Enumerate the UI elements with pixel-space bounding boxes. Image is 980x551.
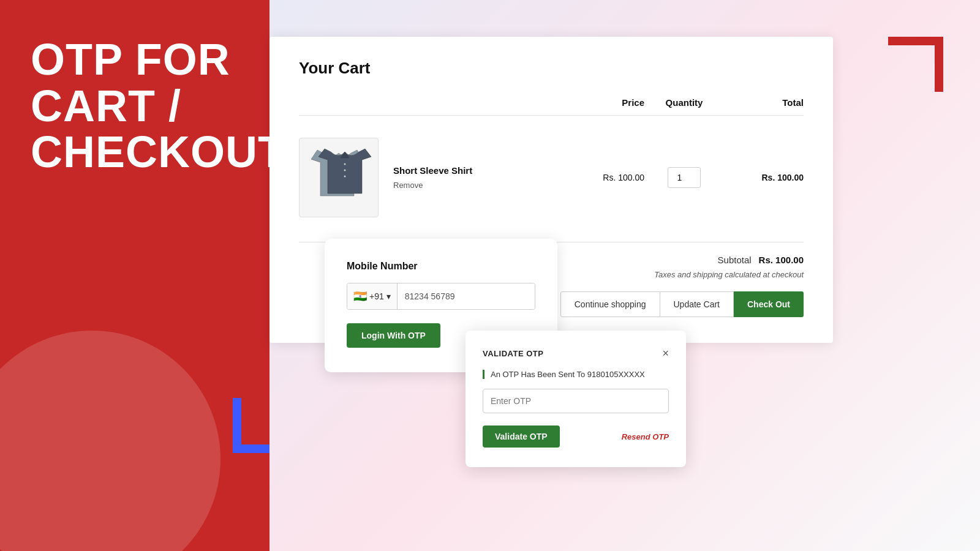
svg-point-1 — [344, 170, 346, 171]
item-remove-link[interactable]: Remove — [393, 181, 423, 190]
phone-input-row: 🇮🇳 +91 ▾ — [347, 283, 535, 310]
modal-header: VALIDATE OTP × — [483, 348, 669, 359]
otp-input[interactable] — [483, 389, 669, 413]
item-quantity-col — [644, 167, 724, 188]
item-total: Rs. 100.00 — [724, 173, 804, 182]
total-header: Total — [724, 97, 804, 108]
otp-sent-message: An OTP Has Been Sent To 9180105XXXXX — [483, 370, 669, 379]
left-panel: OTP FOR CART / CHECKOUT — [0, 0, 270, 551]
subtotal-value: Rs. 100.00 — [759, 255, 804, 265]
subtotal-row: Subtotal Rs. 100.00 — [718, 255, 804, 265]
cart-title: Your Cart — [299, 59, 804, 78]
red-bracket-icon — [888, 37, 943, 92]
cart-header-row: Price Quantity Total — [299, 97, 804, 116]
validate-otp-button[interactable]: Validate OTP — [483, 425, 560, 448]
login-with-otp-button[interactable]: Login With OTP — [347, 323, 440, 348]
country-code: +91 — [369, 291, 384, 301]
price-header: Price — [565, 97, 644, 108]
shirt-svg — [302, 141, 375, 214]
india-flag-icon: 🇮🇳 — [353, 290, 367, 303]
svg-point-0 — [344, 163, 346, 165]
subtotal-label: Subtotal — [718, 255, 752, 265]
quantity-input[interactable] — [668, 167, 701, 188]
quantity-header: Quantity — [644, 97, 724, 108]
item-image — [299, 138, 379, 217]
update-cart-button[interactable]: Update Cart — [660, 291, 734, 317]
modal-title: VALIDATE OTP — [483, 349, 543, 358]
tax-note: Taxes and shipping calculated at checkou… — [654, 270, 804, 279]
checkout-button[interactable]: Check Out — [734, 291, 804, 317]
flag-code-selector[interactable]: 🇮🇳 +91 ▾ — [347, 283, 398, 309]
item-info: Short Sleeve Shirt Remove — [379, 165, 565, 190]
hero-line1: OTP FOR — [31, 37, 270, 83]
item-name: Short Sleeve Shirt — [393, 165, 565, 176]
hero-line2: CART / — [31, 83, 270, 130]
bracket-bottom — [233, 398, 270, 453]
continue-shopping-button[interactable]: Continue shopping — [560, 291, 660, 317]
modal-actions: Validate OTP Resend OTP — [483, 425, 669, 448]
cart-actions: Continue shopping Update Cart Check Out — [560, 291, 804, 317]
mobile-number-label: Mobile Number — [347, 261, 535, 272]
validate-otp-modal: VALIDATE OTP × An OTP Has Been Sent To 9… — [466, 331, 686, 467]
hero-text: OTP FOR CART / CHECKOUT — [31, 37, 270, 176]
hero-line3: CHECKOUT — [31, 129, 270, 176]
resend-otp-link[interactable]: Resend OTP — [622, 432, 669, 441]
cart-item-row: Short Sleeve Shirt Remove Rs. 100.00 Rs.… — [299, 128, 804, 227]
phone-number-input[interactable] — [398, 283, 535, 309]
item-price: Rs. 100.00 — [565, 173, 644, 182]
modal-close-button[interactable]: × — [662, 348, 669, 359]
svg-point-2 — [344, 176, 346, 178]
dropdown-arrow-icon: ▾ — [386, 291, 391, 301]
